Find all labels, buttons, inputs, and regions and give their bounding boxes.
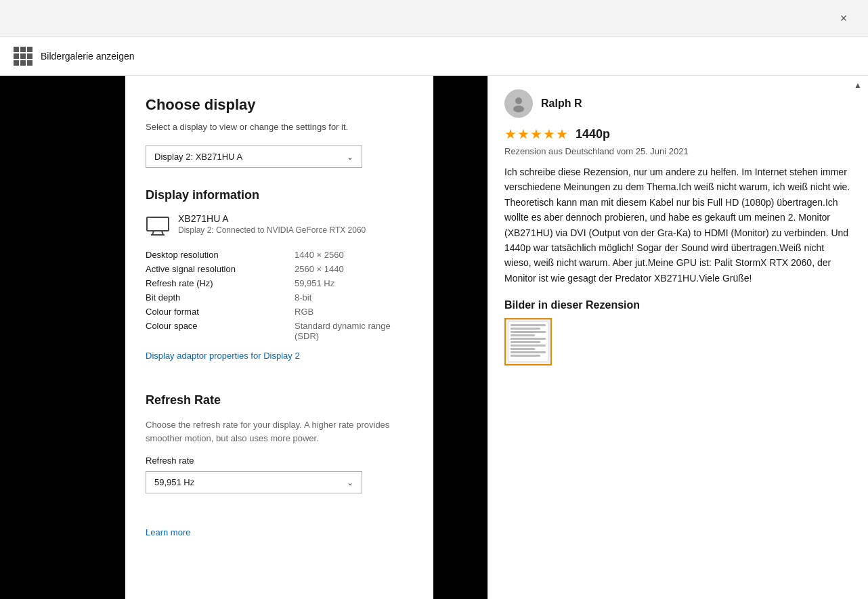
info-row: Colour format RGB (146, 307, 413, 317)
close-button[interactable]: × (833, 7, 854, 29)
choose-display-title: Choose display (146, 96, 413, 114)
grid-cell (20, 47, 26, 52)
info-value: 59,951 Hz (295, 278, 334, 288)
black-image-left (0, 76, 125, 599)
grid-cell (20, 60, 26, 66)
grid-cell (14, 60, 19, 66)
info-row: Bit depth 8-bit (146, 292, 413, 303)
info-row: Colour space Standard dynamic range (SDR… (146, 321, 413, 341)
refresh-dropdown-arrow-icon: ⌄ (347, 478, 353, 487)
grid-cell (27, 53, 32, 59)
info-row: Desktop resolution 1440 × 2560 (146, 250, 413, 260)
refresh-rate-title: Refresh Rate (146, 393, 413, 407)
grid-cell (14, 47, 19, 52)
refresh-section: Refresh Rate Choose the refresh rate for… (146, 393, 413, 554)
svg-point-4 (515, 97, 522, 104)
grid-cell (20, 53, 26, 59)
info-label: Refresh rate (Hz) (146, 278, 295, 288)
right-panel: ▲ Ralph R ★★★★★ 1440p Rezension aus Deut… (487, 76, 868, 599)
info-table: Desktop resolution 1440 × 2560 Active si… (146, 250, 413, 341)
review-thumbnail[interactable] (504, 318, 552, 365)
choose-display-subtitle: Select a display to view or change the s… (146, 122, 413, 132)
grid-cell (27, 60, 32, 66)
info-label: Desktop resolution (146, 250, 295, 260)
display-information-title: Display information (146, 188, 413, 202)
info-value: Standard dynamic range (SDR) (295, 321, 413, 341)
info-label: Bit depth (146, 292, 295, 303)
refresh-rate-dropdown[interactable]: 59,951 Hz ⌄ (146, 471, 362, 493)
stars-row: ★★★★★ 1440p (504, 126, 852, 142)
display-name-block: XB271HU A Display 2: Connected to NVIDIA… (178, 213, 366, 235)
review-title: 1440p (576, 127, 610, 141)
refresh-rate-dropdown-value: 59,951 Hz (154, 477, 194, 487)
display-dropdown-value: Display 2: XB271HU A (154, 152, 242, 162)
avatar (504, 89, 533, 118)
info-row: Refresh rate (Hz) 59,951 Hz (146, 278, 413, 288)
grid-cell (14, 53, 19, 59)
reviewer-name: Ralph R (541, 97, 582, 110)
grid-cell (27, 47, 32, 52)
display-info-block: XB271HU A Display 2: Connected to NVIDIA… (146, 213, 413, 377)
review-panel: Ralph R ★★★★★ 1440p Rezension aus Deutsc… (488, 76, 868, 379)
review-date: Rezension aus Deutschland vom 25. Juni 2… (504, 146, 852, 156)
info-value: 8-bit (295, 292, 311, 303)
info-row: Active signal resolution 2560 × 1440 (146, 264, 413, 274)
star-rating: ★★★★★ (504, 126, 569, 142)
info-label: Active signal resolution (146, 264, 295, 274)
thumbnail-image (508, 321, 548, 362)
info-label: Colour format (146, 307, 295, 317)
scroll-up-button[interactable]: ▲ (853, 79, 863, 92)
display-adapter-link[interactable]: Display adaptor properties for Display 2 (146, 351, 300, 361)
info-value: RGB (295, 307, 313, 317)
info-value: 2560 × 1440 (295, 264, 344, 274)
learn-more-link[interactable]: Learn more (146, 527, 190, 537)
left-panel: Choose display Select a display to view … (0, 76, 487, 599)
refresh-rate-label: Refresh rate (146, 456, 413, 466)
info-label: Colour space (146, 321, 295, 341)
review-body: Ich schreibe diese Rezension, nur um and… (504, 164, 852, 286)
main-content: Choose display Select a display to view … (0, 76, 868, 599)
display-dropdown[interactable]: Display 2: XB271HU A ⌄ (146, 146, 362, 168)
settings-content: Choose display Select a display to view … (125, 76, 433, 599)
black-image-middle (433, 76, 487, 599)
gallery-header: Bildergalerie anzeigen (0, 37, 868, 76)
display-subname: Display 2: Connected to NVIDIA GeForce R… (178, 225, 366, 235)
display-name-row: XB271HU A Display 2: Connected to NVIDIA… (146, 213, 413, 239)
review-images-title: Bilder in dieser Rezension (504, 299, 852, 311)
svg-point-5 (513, 106, 524, 112)
monitor-icon (146, 215, 170, 239)
display-dropdown-arrow-icon: ⌄ (347, 152, 353, 162)
refresh-dropdown-container: 59,951 Hz ⌄ (146, 471, 413, 493)
grid-icon (14, 47, 32, 66)
info-value: 1440 × 2560 (295, 250, 344, 260)
gallery-title: Bildergalerie anzeigen (41, 51, 135, 62)
display-dropdown-container: Display 2: XB271HU A ⌄ (146, 146, 413, 168)
display-name: XB271HU A (178, 213, 366, 224)
reviewer-row: Ralph R (504, 89, 852, 118)
top-bar: × (0, 0, 868, 37)
svg-rect-0 (147, 217, 169, 231)
refresh-rate-desc: Choose the refresh rate for your display… (146, 418, 413, 445)
